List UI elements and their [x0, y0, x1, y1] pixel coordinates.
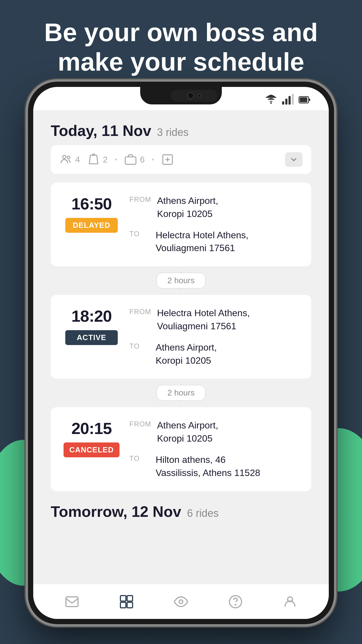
- hero-text: Be your own boss and make your schedule: [0, 18, 362, 76]
- eye-icon: [174, 594, 188, 609]
- svg-rect-11: [66, 597, 78, 606]
- bags1-icon: [87, 153, 100, 166]
- notch: [140, 87, 222, 104]
- medical-icon: [161, 153, 174, 166]
- svg-rect-3: [292, 94, 294, 105]
- ride-card-2[interactable]: 18:20 ACTIVE FROM Helectra Hotel Athens,…: [51, 295, 311, 379]
- bottom-nav: [33, 584, 329, 619]
- status-icons: [265, 93, 311, 106]
- chevron-down-icon: [289, 155, 298, 164]
- nav-profile[interactable]: [275, 594, 305, 609]
- svg-rect-6: [300, 97, 307, 102]
- today-header: Today, 11 Nov 3 rides: [33, 110, 329, 145]
- passengers-icon: [59, 153, 72, 166]
- filter-dot2: •: [152, 155, 154, 164]
- svg-point-18: [235, 604, 236, 605]
- status-bar: [33, 87, 329, 110]
- ride2-to-row: TO Athens Airport,Koropi 10205: [129, 341, 300, 367]
- bags2-icon: [124, 153, 137, 166]
- ride2-time: 18:20: [71, 307, 112, 326]
- svg-rect-0: [282, 102, 284, 105]
- ride1-info: FROM Athens Airport,Koropi 10205 TO Hele…: [129, 194, 300, 255]
- today-date: Today, 11 Nov: [51, 122, 151, 139]
- svg-rect-5: [309, 99, 310, 101]
- ride2-status-badge: ACTIVE: [65, 330, 118, 345]
- filter-dot1: •: [115, 155, 117, 164]
- ride3-from-label: FROM: [129, 419, 151, 428]
- ride2-from-label: FROM: [129, 307, 151, 316]
- mail-icon: [65, 594, 79, 609]
- gap-divider-1: 2 hours: [33, 273, 329, 288]
- battery-icon: [298, 93, 311, 106]
- profile-icon: [283, 594, 297, 609]
- hero-line2: make your schedule: [23, 47, 339, 76]
- help-icon: [228, 594, 243, 609]
- ride2-from-address: Helectra Hotel Athens,Vouliagmeni 17561: [157, 307, 250, 333]
- ride2-time-col: 18:20 ACTIVE: [62, 307, 121, 367]
- camera-lens-small: [197, 94, 201, 98]
- ride3-status-badge: CANCELED: [64, 442, 120, 457]
- ride3-from-row: FROM Athens Airport,Koropi 10205: [129, 419, 300, 445]
- ride3-time: 20:15: [71, 419, 112, 438]
- tomorrow-header: Tomorrow, 12 Nov 6 rides: [33, 491, 329, 526]
- filter-passengers-num: 4: [75, 155, 80, 164]
- ride-card-1[interactable]: 16:50 DELAYED FROM Athens Airport,Koropi…: [51, 183, 311, 266]
- gap-divider-2: 2 hours: [33, 385, 329, 401]
- nav-mail[interactable]: [57, 594, 87, 609]
- svg-rect-9: [125, 157, 136, 164]
- ride-card-3[interactable]: 20:15 CANCELED FROM Athens Airport,Korop…: [51, 407, 311, 491]
- filter-expand-button[interactable]: [285, 152, 303, 167]
- wifi-icon: [265, 93, 277, 106]
- nav-help[interactable]: [221, 594, 250, 609]
- ride1-to-label: TO: [129, 229, 150, 238]
- gap2-time: 2 hours: [157, 385, 205, 401]
- svg-point-7: [63, 155, 66, 158]
- phone-wrapper: Today, 11 Nov 3 rides 4: [28, 82, 334, 624]
- ride3-to-address: Hilton athens, 46Vassilissis, Athens 115…: [156, 453, 260, 480]
- ride2-to-address: Athens Airport,Koropi 10205: [156, 341, 217, 367]
- ride1-from-label: FROM: [129, 194, 151, 204]
- ride2-from-row: FROM Helectra Hotel Athens,Vouliagmeni 1…: [129, 307, 300, 333]
- grid-icon: [119, 594, 134, 609]
- ride3-to-label: TO: [129, 453, 150, 463]
- ride3-time-col: 20:15 CANCELED: [62, 419, 121, 479]
- svg-point-8: [67, 156, 70, 159]
- ride1-time-col: 16:50 DELAYED: [62, 194, 121, 255]
- ride1-from-row: FROM Athens Airport,Koropi 10205: [129, 194, 300, 220]
- ride2-to-label: TO: [129, 341, 150, 350]
- svg-rect-12: [120, 596, 126, 601]
- svg-rect-15: [127, 602, 133, 608]
- tomorrow-rides-count: 6 rides: [187, 507, 219, 519]
- camera-area: [171, 90, 217, 102]
- camera-pill: [171, 90, 217, 102]
- ride3-info: FROM Athens Airport,Koropi 10205 TO Hilt…: [129, 419, 300, 479]
- svg-rect-1: [285, 99, 287, 104]
- filter-medical: [161, 153, 174, 166]
- gap1-time: 2 hours: [157, 273, 205, 288]
- nav-grid[interactable]: [112, 594, 141, 609]
- ride3-from-address: Athens Airport,Koropi 10205: [157, 419, 218, 445]
- hero-line1: Be your own boss and: [23, 18, 339, 47]
- svg-rect-13: [127, 596, 133, 601]
- tomorrow-date: Tomorrow, 12 Nov: [51, 503, 181, 520]
- svg-point-16: [179, 600, 183, 603]
- filter-bags1-num: 2: [103, 155, 108, 164]
- ride3-to-row: TO Hilton athens, 46Vassilissis, Athens …: [129, 453, 300, 480]
- ride2-info: FROM Helectra Hotel Athens,Vouliagmeni 1…: [129, 307, 300, 367]
- filter-bags2: 6: [124, 153, 145, 166]
- nav-eye[interactable]: [166, 594, 196, 609]
- signal-icon: [282, 93, 294, 106]
- filter-bar[interactable]: 4 2 • 6: [51, 145, 311, 174]
- today-rides-count: 3 rides: [157, 126, 189, 139]
- filter-passengers: 4: [59, 153, 80, 166]
- svg-rect-2: [289, 96, 291, 104]
- filter-bags2-num: 6: [140, 155, 145, 164]
- ride1-time: 16:50: [71, 194, 112, 213]
- ride1-to-row: TO Helectra Hotel Athens,Vouliagmeni 175…: [129, 229, 300, 255]
- filter-bags1: 2: [87, 153, 108, 166]
- phone-screen: Today, 11 Nov 3 rides 4: [33, 87, 329, 619]
- ride1-from-address: Athens Airport,Koropi 10205: [157, 194, 218, 220]
- ride1-status-badge: DELAYED: [65, 218, 118, 233]
- svg-rect-14: [120, 602, 126, 608]
- ride1-to-address: Helectra Hotel Athens,Vouliagmeni 17561: [156, 229, 248, 255]
